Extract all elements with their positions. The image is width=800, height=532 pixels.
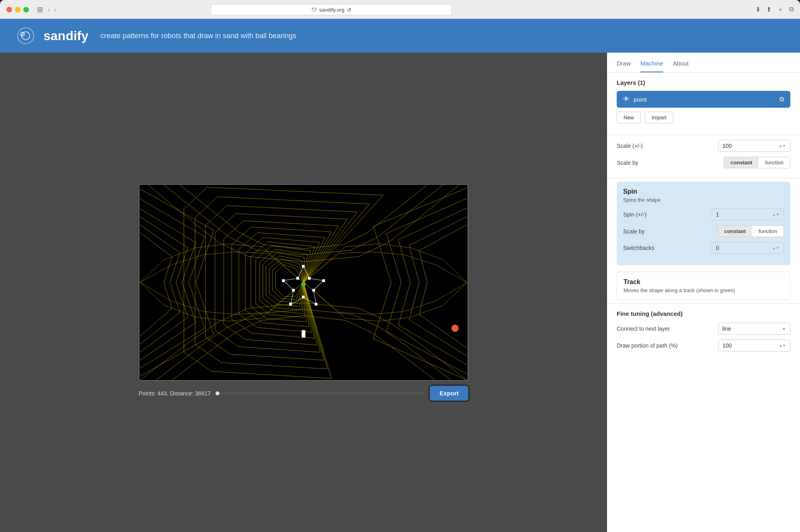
draw-portion-label: Draw portion of path (%) xyxy=(617,342,678,349)
canvas-footer: Points: 443, Distance: 36617 Export xyxy=(139,386,468,401)
spin-scale-by-label: Scale by xyxy=(623,228,645,235)
track-title: Track xyxy=(624,278,784,286)
scale-constant-btn[interactable]: constant xyxy=(724,157,759,168)
browser-chrome: ⊞ ‹ › 🛡 sandify.org ↺ ⬇ ⬆ ＋ ⧉ xyxy=(0,0,800,19)
layer-item[interactable]: 👁 point ⧉ xyxy=(617,91,790,108)
svg-point-0 xyxy=(18,28,34,44)
svg-rect-25 xyxy=(308,277,311,280)
draw-portion-spinner[interactable]: ▲▼ xyxy=(779,344,786,348)
svg-rect-24 xyxy=(302,265,305,268)
scale-by-row: Scale by constant function xyxy=(617,157,790,168)
visibility-icon[interactable]: 👁 xyxy=(623,96,630,103)
connect-layer-select[interactable]: line ▼ xyxy=(718,323,790,335)
spin-function-btn[interactable]: function xyxy=(752,226,784,237)
pattern-canvas xyxy=(139,185,468,380)
minimize-button[interactable] xyxy=(15,7,21,12)
svg-rect-32 xyxy=(282,279,285,282)
spin-input[interactable]: 1 ▲▼ xyxy=(712,209,784,221)
layers-section: Layers (1) 👁 point ⧉ New Import xyxy=(607,73,800,135)
canvas-wrapper[interactable] xyxy=(139,184,468,381)
spin-title: Spin xyxy=(623,188,784,195)
switchbacks-value: 0 xyxy=(716,245,719,251)
switchbacks-row: Switchbacks 0 ▲▼ xyxy=(623,242,784,254)
svg-rect-31 xyxy=(292,289,295,292)
svg-rect-26 xyxy=(322,279,325,282)
forward-button[interactable]: › xyxy=(54,6,57,14)
svg-rect-27 xyxy=(312,289,315,292)
spin-subtitle: Spins the shape xyxy=(623,197,784,203)
tabs-icon[interactable]: ⧉ xyxy=(789,6,794,14)
draw-portion-value: 100 xyxy=(722,342,732,349)
svg-rect-33 xyxy=(296,277,299,280)
draw-portion-row: Draw portion of path (%) 100 ▲▼ xyxy=(617,340,790,352)
svg-rect-23 xyxy=(302,330,305,334)
scale-by-toggle: constant function xyxy=(724,157,790,168)
app-header: sandify create patterns for robots that … xyxy=(0,19,800,53)
spin-scale-by-row: Scale by constant function xyxy=(623,225,784,237)
red-endpoint-dot xyxy=(451,325,459,332)
back-button[interactable]: ‹ xyxy=(48,6,50,14)
export-button[interactable]: Export xyxy=(430,386,468,401)
tab-machine[interactable]: Machine xyxy=(640,60,663,72)
switchbacks-label: Switchbacks xyxy=(623,245,654,251)
browser-actions: ⬇ ⬆ ＋ ⧉ xyxy=(755,6,794,14)
scale-settings-section: Scale (+/-) 100 ▲▼ Scale by constant fun… xyxy=(607,135,800,178)
tab-about[interactable]: About xyxy=(673,60,689,72)
scale-by-label: Scale by xyxy=(617,160,638,166)
right-panel: Draw Machine About Layers (1) 👁 point ⧉ … xyxy=(607,53,800,532)
app-subtitle: create patterns for robots that draw in … xyxy=(101,32,296,40)
spin-constant-btn[interactable]: constant xyxy=(718,226,752,237)
svg-rect-29 xyxy=(302,296,305,299)
scale-label: Scale (+/-) xyxy=(617,143,643,149)
spin-value-row: Spin (+/-) 1 ▲▼ xyxy=(623,209,784,221)
progress-bar xyxy=(215,393,425,394)
scale-row: Scale (+/-) 100 ▲▼ xyxy=(617,140,790,152)
tab-draw[interactable]: Draw xyxy=(617,60,631,72)
spin-label: Spin (+/-) xyxy=(623,211,646,218)
app-title: sandify xyxy=(43,29,88,43)
maximize-button[interactable] xyxy=(23,7,29,12)
draw-portion-input[interactable]: 100 ▲▼ xyxy=(718,340,790,352)
sidebar-toggle-button[interactable]: ⊞ xyxy=(37,5,43,14)
canvas-area: Points: 443, Distance: 36617 Export xyxy=(0,53,607,532)
reload-icon[interactable]: ↺ xyxy=(347,7,351,13)
layer-name: point xyxy=(634,96,647,103)
spin-scale-by-toggle: constant function xyxy=(717,225,784,237)
scale-value: 100 xyxy=(722,143,732,149)
share-icon[interactable]: ⬆ xyxy=(766,6,771,14)
main-layout: Points: 443, Distance: 36617 Export Draw… xyxy=(0,53,800,532)
divider-2 xyxy=(607,178,800,178)
switchbacks-spinner[interactable]: ▲▼ xyxy=(772,246,779,250)
url-text: sandify.org xyxy=(319,7,345,13)
layer-actions: New Import xyxy=(617,112,790,123)
close-button[interactable] xyxy=(6,7,12,12)
app-logo xyxy=(16,26,35,45)
import-layer-button[interactable]: Import xyxy=(645,112,673,123)
shield-icon: 🛡 xyxy=(312,7,317,13)
spin-spinner[interactable]: ▲▼ xyxy=(772,213,779,217)
spin-value: 1 xyxy=(716,211,719,218)
svg-rect-28 xyxy=(315,303,318,306)
spin-section: Spin Spins the shape Spin (+/-) 1 ▲▼ Sca… xyxy=(617,182,790,265)
track-subtitle: Moves the shape along a track (shown in … xyxy=(624,287,784,293)
new-layer-button[interactable]: New xyxy=(617,112,641,123)
switchbacks-input[interactable]: 0 ▲▼ xyxy=(712,242,784,254)
svg-point-2 xyxy=(21,32,25,36)
scale-spinner[interactable]: ▲▼ xyxy=(779,144,786,148)
svg-point-34 xyxy=(301,282,306,286)
layer-item-left: 👁 point xyxy=(623,96,647,103)
new-tab-icon[interactable]: ＋ xyxy=(777,6,784,14)
layers-title: Layers (1) xyxy=(617,79,790,86)
connect-layer-row: Connect to next layer line ▼ xyxy=(617,323,790,335)
panel-tabs: Draw Machine About xyxy=(607,53,800,73)
address-bar[interactable]: 🛡 sandify.org ↺ xyxy=(211,4,452,15)
scale-input[interactable]: 100 ▲▼ xyxy=(718,140,790,152)
scale-function-btn[interactable]: function xyxy=(759,157,790,168)
canvas-stats: Points: 443, Distance: 36617 xyxy=(139,390,211,397)
progress-dot xyxy=(215,391,219,395)
copy-layer-icon[interactable]: ⧉ xyxy=(779,96,784,103)
download-icon[interactable]: ⬇ xyxy=(755,6,761,14)
traffic-lights xyxy=(6,7,29,12)
chevron-down-icon: ▼ xyxy=(782,327,786,331)
browser-nav: ‹ › xyxy=(48,6,57,14)
